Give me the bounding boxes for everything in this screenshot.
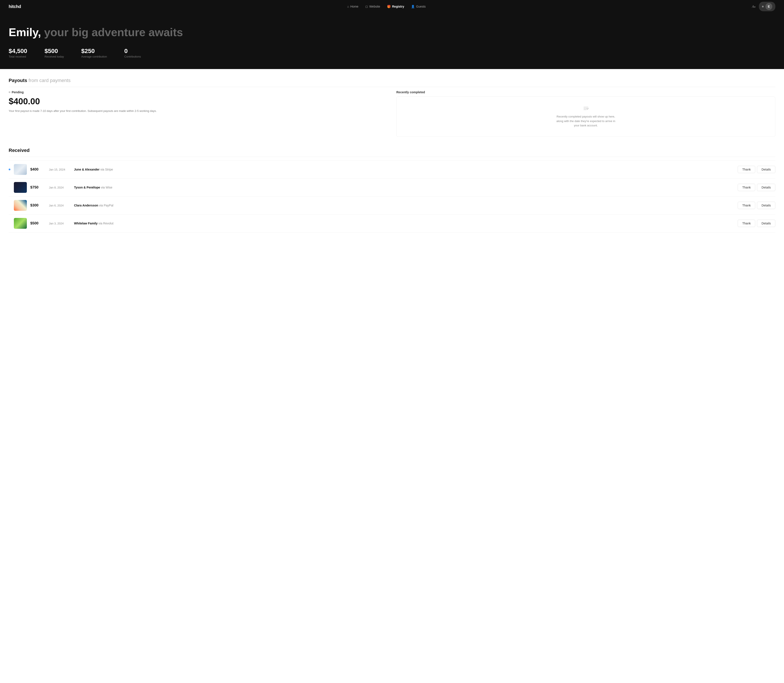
recently-completed-label: Recently completed <box>396 90 775 94</box>
received-list: $400 Jan 15, 2024 June & Alexander via S… <box>9 160 775 232</box>
item-thumbnail <box>14 164 27 175</box>
received-section: Received $400 Jan 15, 2024 June & Alexan… <box>9 148 775 232</box>
thank-button[interactable]: Thank <box>738 220 755 227</box>
item-actions: Thank Details <box>738 166 775 173</box>
stat-total-label: Total received <box>9 55 27 58</box>
stat-avg-value: $250 <box>81 48 107 55</box>
guests-icon: 👤 <box>411 5 415 8</box>
nav-registry-label: Registry <box>392 5 404 8</box>
item-date: Jan 15, 2024 <box>49 168 71 171</box>
item-giver: Tyson & Penélope via Wise <box>74 186 734 189</box>
nav-home-label: Home <box>350 5 358 8</box>
navigation: hitchd ⌂ Home ◻ Website 🎁 Registry 👤 Gue… <box>0 0 784 13</box>
nav-right: 𝐴a ≡ E <box>752 2 775 11</box>
translate-icon[interactable]: 𝐴a <box>752 5 755 8</box>
item-date: Jan 3, 2024 <box>49 222 71 225</box>
thank-button[interactable]: Thank <box>738 184 755 191</box>
recently-completed: Recently completed Recently completed pa… <box>396 90 775 137</box>
details-button[interactable]: Details <box>757 220 775 227</box>
pending-payout: Pending $400.00 Your first payout is mad… <box>9 90 388 137</box>
nav-links: ⌂ Home ◻ Website 🎁 Registry 👤 Guests <box>347 5 426 8</box>
item-amount: $500 <box>30 221 45 226</box>
thank-button[interactable]: Thank <box>738 166 755 173</box>
item-actions: Thank Details <box>738 220 775 227</box>
registry-icon: 🎁 <box>387 5 391 8</box>
nav-home[interactable]: ⌂ Home <box>347 5 358 8</box>
completed-box: Recently completed payouts will show up … <box>396 96 775 137</box>
stat-received-today: $500 Received today <box>45 48 64 58</box>
item-actions: Thank Details <box>738 184 775 191</box>
giver-via: via Revolut <box>98 221 114 225</box>
pending-label: Pending <box>9 90 388 94</box>
hero-stats: $4,500 Total received $500 Received toda… <box>9 48 775 58</box>
item-date: Jan 6, 2024 <box>49 204 71 207</box>
logo: hitchd <box>9 4 21 9</box>
payouts-section: Payouts from card payments Pending $400.… <box>9 78 775 137</box>
main-content: Payouts from card payments Pending $400.… <box>0 69 784 241</box>
item-thumbnail <box>14 200 27 211</box>
nav-guests-label: Guests <box>416 5 426 8</box>
avatar: E <box>765 3 772 10</box>
details-button[interactable]: Details <box>757 202 775 209</box>
hamburger-icon: ≡ <box>762 5 764 8</box>
giver-via: via Wise <box>101 186 112 189</box>
home-icon: ⌂ <box>347 5 349 8</box>
stat-average: $250 Average contribution <box>81 48 107 58</box>
table-row: $400 Jan 15, 2024 June & Alexander via S… <box>9 160 775 178</box>
nav-menu-button[interactable]: ≡ E <box>759 2 775 11</box>
nav-website-label: Website <box>369 5 380 8</box>
stat-total-value: $4,500 <box>9 48 27 55</box>
table-row: $500 Jan 3, 2024 Whitelaw Family via Rev… <box>9 215 775 232</box>
stat-contributions: 0 Contributions <box>124 48 141 58</box>
nav-website[interactable]: ◻ Website <box>366 5 380 8</box>
hero-title: Emily, your big adventure awaits <box>9 26 775 39</box>
details-button[interactable]: Details <box>757 166 775 173</box>
item-amount: $300 <box>30 203 45 208</box>
item-amount: $400 <box>30 167 45 172</box>
giver-via: via PayPal <box>99 204 113 207</box>
stat-avg-label: Average contribution <box>81 55 107 58</box>
item-thumbnail <box>14 182 27 193</box>
nav-registry[interactable]: 🎁 Registry <box>387 5 404 8</box>
hero-greeting-rest: your big adventure awaits <box>44 26 183 38</box>
completed-empty-icon <box>583 106 589 112</box>
item-thumbnail <box>14 218 27 229</box>
received-divider <box>9 157 775 157</box>
item-amount: $750 <box>30 185 45 189</box>
completed-empty-text: Recently completed payouts will show up … <box>553 114 619 128</box>
stat-today-value: $500 <box>45 48 64 55</box>
giver-via: via Stripe <box>101 168 113 171</box>
item-actions: Thank Details <box>738 202 775 209</box>
new-item-dot <box>9 168 10 170</box>
item-giver: Whitelaw Family via Revolut <box>74 221 734 225</box>
payouts-title: Payouts from card payments <box>9 78 775 83</box>
giver-name: June & Alexander <box>74 168 99 171</box>
website-icon: ◻ <box>366 5 368 8</box>
pending-description: Your first payout is made 7-10 days afte… <box>9 109 388 114</box>
stat-today-label: Received today <box>45 55 64 58</box>
new-item-dot <box>9 186 10 188</box>
stat-total-received: $4,500 Total received <box>9 48 27 58</box>
payouts-grid: Pending $400.00 Your first payout is mad… <box>9 90 775 137</box>
nav-guests[interactable]: 👤 Guests <box>411 5 426 8</box>
giver-name: Tyson & Penélope <box>74 186 100 189</box>
received-title: Received <box>9 148 775 153</box>
item-date: Jan 8, 2024 <box>49 186 71 189</box>
hero-section: Emily, your big adventure awaits $4,500 … <box>0 13 784 69</box>
stat-contrib-label: Contributions <box>124 55 141 58</box>
payouts-subtitle: from card payments <box>29 78 71 83</box>
details-button[interactable]: Details <box>757 184 775 191</box>
new-item-dot <box>9 223 10 224</box>
item-giver: Clara Andersson via PayPal <box>74 204 734 207</box>
pending-amount: $400.00 <box>9 96 388 106</box>
table-row: $750 Jan 8, 2024 Tyson & Penélope via Wi… <box>9 178 775 197</box>
stat-contrib-value: 0 <box>124 48 141 55</box>
giver-name: Whitelaw Family <box>74 221 98 225</box>
new-item-dot <box>9 205 10 206</box>
giver-name: Clara Andersson <box>74 204 98 207</box>
table-row: $300 Jan 6, 2024 Clara Andersson via Pay… <box>9 197 775 215</box>
thank-button[interactable]: Thank <box>738 202 755 209</box>
item-giver: June & Alexander via Stripe <box>74 168 734 171</box>
pending-dot <box>9 91 10 93</box>
hero-greeting-name: Emily, <box>9 26 41 38</box>
